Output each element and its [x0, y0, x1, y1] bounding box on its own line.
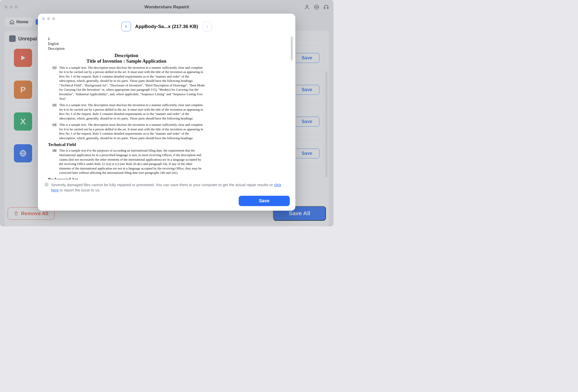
doc-meta-desc: Description: [48, 46, 205, 51]
doc-heading: Description: [48, 53, 205, 58]
minimize-icon[interactable]: [47, 17, 50, 20]
para-number: [4]: [53, 148, 58, 175]
save-button[interactable]: Save: [239, 196, 290, 206]
preview-modal: AppBody-Sa...x (217.36 KB) 6 English Des…: [38, 14, 295, 211]
doc-meta-lang: English: [48, 42, 205, 46]
chevron-right-icon: [205, 25, 209, 28]
notice: i Severely damaged files cannot be fully…: [43, 182, 290, 196]
close-icon[interactable]: [42, 17, 45, 20]
doc-paragraph: [2] This is a sample text. The descripti…: [53, 103, 205, 120]
doc-section-title: Technical Field: [48, 142, 205, 147]
para-number: [2]: [53, 103, 58, 120]
para-text: This is a sample text. The description m…: [59, 122, 205, 140]
notice-text: Severely damaged files cannot be fully r…: [51, 182, 289, 193]
prev-button[interactable]: [121, 22, 131, 31]
notice-post: to report the issue to us.: [59, 188, 100, 192]
doc-paragraph: [4] This is a sample text.For the purpos…: [53, 148, 205, 175]
notice-pre: Severely damaged files cannot be fully r…: [51, 183, 274, 187]
doc-section-title: Background Art: [48, 177, 205, 179]
modal-header: AppBody-Sa...x (217.36 KB): [38, 20, 295, 35]
preview-body[interactable]: 6 English Description Description Title …: [38, 35, 295, 179]
modal-footer: i Severely damaged files cannot be fully…: [38, 179, 295, 211]
doc-paragraph: [3] This is a sample text. The descripti…: [53, 122, 205, 140]
maximize-icon[interactable]: [52, 17, 55, 20]
modal-title: AppBody-Sa...x (217.36 KB): [135, 24, 198, 29]
para-text: This is a sample text. The description m…: [59, 65, 205, 101]
info-icon: i: [45, 183, 49, 187]
document-page: 6 English Description Description Title …: [48, 35, 205, 179]
scrollbar[interactable]: [291, 36, 293, 61]
para-number: [3]: [53, 122, 58, 140]
next-button[interactable]: [202, 22, 212, 31]
doc-meta: 6 English Description: [48, 37, 205, 51]
modal-traffic-lights: [38, 14, 295, 20]
para-text: This is a sample text.For the purposes o…: [59, 148, 205, 175]
doc-meta-num: 6: [48, 37, 205, 42]
para-number: [1]: [53, 65, 58, 101]
doc-paragraph: [1] This is a sample text. The descripti…: [53, 65, 205, 101]
para-text: This is a sample text. The description m…: [59, 103, 205, 120]
chevron-left-icon: [124, 25, 128, 28]
doc-subheading: Title of Invention : Sample Application: [48, 58, 205, 64]
